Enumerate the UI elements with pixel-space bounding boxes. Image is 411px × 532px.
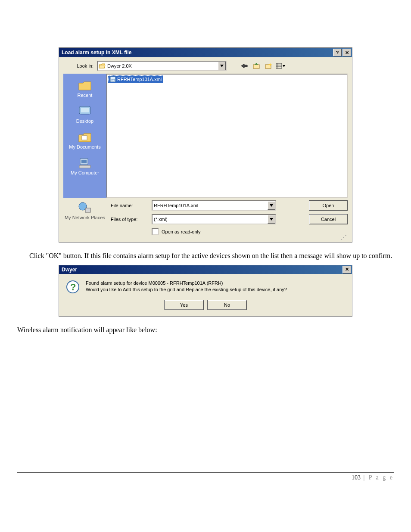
- network-places-icon: [78, 201, 92, 214]
- place-recent[interactable]: Recent: [65, 79, 106, 98]
- svg-rect-0: [253, 65, 259, 68]
- my-computer-icon: [78, 156, 92, 169]
- filename-label: File name:: [111, 203, 152, 208]
- svg-text:xml: xml: [111, 78, 115, 81]
- readonly-label: Open as read-only: [162, 229, 201, 234]
- filename-value: RFRHTemp101A.xml: [153, 203, 268, 208]
- my-documents-icon: [78, 131, 92, 143]
- svg-rect-10: [81, 160, 87, 163]
- page-number: 103: [352, 474, 361, 481]
- place-label: Desktop: [76, 118, 93, 124]
- filetype-value: (*.xml): [153, 217, 268, 222]
- desktop-icon: [78, 105, 92, 118]
- filetype-combobox[interactable]: (*.xml): [152, 214, 276, 224]
- open-button-label: Open: [323, 203, 334, 208]
- dialog-body: Look in: Dwyer 2.0X Re: [59, 57, 352, 242]
- resize-grip-icon[interactable]: ⋰: [63, 235, 348, 240]
- msg-title-text: Dwyer: [62, 267, 77, 273]
- yes-button-label: Yes: [180, 302, 188, 308]
- nav-toolbar: [240, 62, 285, 70]
- filename-row: File name: RFRHTemp101A.xml: [111, 200, 304, 211]
- yes-button[interactable]: Yes: [164, 300, 204, 310]
- button-column: Open Cancel: [304, 200, 348, 235]
- file-name: RFRHTemp101A.xml: [117, 77, 162, 82]
- svg-rect-8: [82, 136, 87, 140]
- help-icon: ?: [336, 50, 339, 55]
- bottom-fields: File name: RFRHTemp101A.xml Files of typ…: [106, 200, 304, 235]
- look-in-combobox[interactable]: Dwyer 2.0X: [97, 61, 227, 71]
- para1-text: Click "OK" button. If this file contains…: [29, 252, 392, 259]
- readonly-checkbox[interactable]: [152, 228, 159, 235]
- file-open-dialog: Load alarm setup in XML file ? ✕ Look in…: [59, 47, 352, 243]
- page-footer: 103 | P a g e: [17, 472, 394, 481]
- msg-text: Found alarm setup for device M00005 - RF…: [86, 280, 287, 293]
- svg-rect-11: [79, 165, 90, 168]
- no-button-label: No: [224, 302, 230, 308]
- close-icon: ✕: [345, 50, 349, 56]
- folder-recent-icon: [78, 79, 92, 92]
- look-in-row: Look in: Dwyer 2.0X: [63, 61, 348, 71]
- svg-rect-7: [81, 108, 89, 112]
- views-menu-icon[interactable]: [276, 62, 285, 70]
- svg-text:?: ?: [70, 282, 76, 292]
- place-label: My Documents: [69, 144, 100, 149]
- body-paragraph-1: Click "OK" button. If this file contains…: [17, 251, 394, 261]
- bottom-rows: My Network Places File name: RFRHTemp101…: [63, 200, 348, 235]
- titlebar[interactable]: Load alarm setup in XML file ? ✕: [59, 48, 352, 57]
- close-button[interactable]: ✕: [342, 49, 351, 56]
- msg-line2: Would you like to Add this setup to the …: [86, 286, 287, 293]
- titlebar-buttons: ? ✕: [333, 49, 351, 56]
- look-in-label: Look in:: [63, 63, 93, 68]
- dropdown-arrow-icon[interactable]: [268, 215, 275, 224]
- open-folder-icon: [99, 63, 106, 69]
- place-my-computer[interactable]: My Computer: [65, 156, 106, 175]
- filetype-label: Files of type:: [111, 217, 152, 222]
- filename-combobox[interactable]: RFRHTemp101A.xml: [152, 200, 276, 211]
- middle-row: Recent Desktop My Documents My Computer: [63, 74, 348, 198]
- place-label: My Computer: [71, 170, 99, 175]
- places-bar: Recent Desktop My Documents My Computer: [63, 74, 106, 198]
- back-icon[interactable]: [240, 62, 249, 70]
- file-list[interactable]: xml RFRHTemp101A.xml: [106, 74, 348, 198]
- place-my-documents[interactable]: My Documents: [65, 131, 106, 149]
- msg-body: ? Found alarm setup for device M00005 - …: [59, 274, 352, 297]
- xml-file-icon: xml: [110, 76, 116, 82]
- dropdown-arrow-icon[interactable]: [218, 62, 226, 70]
- svg-rect-2: [276, 63, 282, 68]
- file-item-selected[interactable]: xml RFRHTemp101A.xml: [108, 75, 163, 83]
- look-in-value: Dwyer 2.0X: [106, 63, 218, 68]
- dialog-title: Load alarm setup in XML file: [62, 50, 131, 56]
- cancel-button-label: Cancel: [321, 217, 336, 222]
- dropdown-arrow-icon[interactable]: [268, 201, 275, 210]
- help-button[interactable]: ?: [333, 49, 342, 56]
- readonly-row: Open as read-only: [152, 228, 304, 235]
- confirm-dialog: Dwyer ✕ ? Found alarm setup for device M…: [59, 265, 352, 317]
- open-button[interactable]: Open: [309, 200, 348, 211]
- up-one-level-icon[interactable]: [252, 62, 261, 70]
- new-folder-icon[interactable]: [264, 62, 273, 70]
- close-icon: ✕: [345, 267, 349, 272]
- place-label: My Network Places: [65, 215, 105, 221]
- no-button[interactable]: No: [207, 300, 247, 310]
- msg-close-button[interactable]: ✕: [342, 266, 351, 274]
- svg-rect-15: [85, 208, 90, 212]
- page-word: P a g e: [369, 474, 394, 481]
- msg-buttons: Yes No: [59, 297, 352, 316]
- cancel-button[interactable]: Cancel: [309, 214, 348, 224]
- place-label: Recent: [78, 93, 93, 98]
- msg-titlebar[interactable]: Dwyer ✕: [59, 265, 352, 274]
- filetype-row: Files of type: (*.xml): [111, 214, 304, 224]
- place-network-places[interactable]: My Network Places: [63, 200, 106, 235]
- body-paragraph-2: Wireless alarm notification will appear …: [17, 325, 394, 335]
- place-desktop[interactable]: Desktop: [65, 105, 106, 124]
- msg-line1: Found alarm setup for device M00005 - RF…: [86, 280, 287, 286]
- question-icon: ?: [66, 280, 80, 294]
